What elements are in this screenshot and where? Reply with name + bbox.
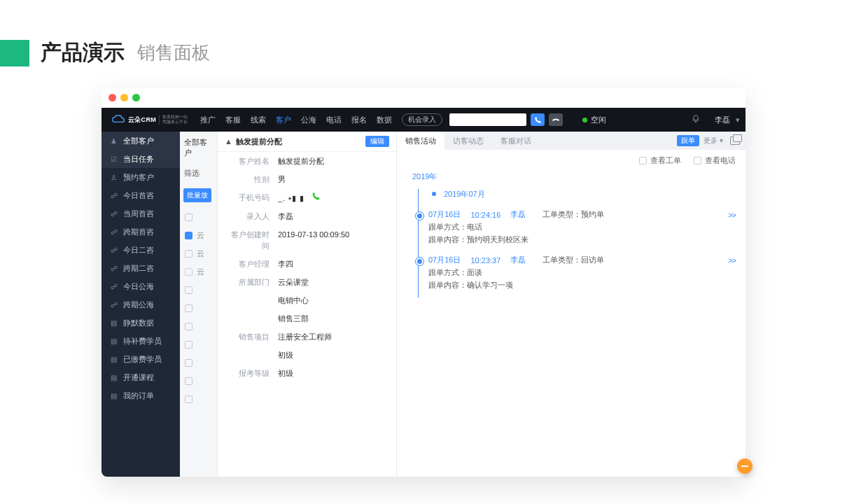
detail-field: 客户姓名触发提前分配	[218, 152, 396, 170]
customer-detail-panel: ▲ 触发提前分配 编辑 客户姓名触发提前分配性别男手机号码_. ▪▮ ▮录入人李…	[218, 132, 397, 477]
close-dot[interactable]	[108, 94, 116, 102]
nav-item[interactable]: 推广	[200, 115, 216, 125]
sidebar-item[interactable]: ☍跨期首咨	[102, 223, 180, 241]
nav-item[interactable]: 客服	[225, 115, 241, 125]
list-item[interactable]	[180, 372, 217, 390]
activity-tab[interactable]: 客服对话	[492, 132, 540, 150]
brand-logo[interactable]: 云朵CRM 教育机构一站 式服务云平台	[107, 114, 192, 125]
hangup-button[interactable]	[549, 113, 563, 126]
nav-item[interactable]: 数据	[377, 115, 392, 125]
sidebar-item-label: 待补费学员	[123, 336, 162, 346]
search-input[interactable]	[449, 113, 526, 126]
checkbox-icon[interactable]	[185, 359, 192, 367]
sidebar-item[interactable]: ♙预约客户	[102, 168, 180, 186]
nav-item[interactable]: 客户	[276, 115, 291, 125]
detail-field: 初级	[218, 346, 396, 364]
nav-item[interactable]: 公海	[301, 115, 316, 125]
field-value: 李磊	[278, 211, 293, 222]
detail-field: 手机号码_. ▪▮ ▮	[218, 188, 396, 207]
opportunity-button[interactable]: 机会录入	[402, 113, 442, 126]
checkbox-icon[interactable]	[185, 286, 192, 294]
checkbox-icon[interactable]	[185, 323, 192, 330]
checkbox-icon[interactable]	[185, 304, 192, 312]
activity-tab[interactable]: 销售活动	[397, 132, 444, 150]
sidebar-header-label: 全部客户	[123, 136, 154, 146]
checkbox-icon[interactable]	[185, 396, 192, 403]
call-button[interactable]	[531, 113, 545, 126]
sidebar-item[interactable]: ☍跨期二咨	[102, 259, 180, 277]
user-dropdown-icon[interactable]: ▾	[736, 115, 740, 125]
more-button[interactable]: 更多 ▾	[704, 136, 723, 146]
sidebar-item-icon: ▤	[110, 392, 118, 400]
sidebar-header[interactable]: ♟ 全部客户	[102, 132, 180, 150]
list-item[interactable]	[180, 354, 217, 372]
expand-icon[interactable]: >>	[728, 211, 736, 219]
sidebar-item[interactable]: ▤静默数据	[102, 314, 180, 332]
filter-label[interactable]: 筛选	[180, 164, 217, 183]
user-icon: ♟	[110, 137, 118, 145]
page-title: 产品演示	[41, 38, 125, 67]
timeline-date: 07月16日	[428, 209, 461, 220]
restore-icon[interactable]	[730, 136, 740, 145]
cloud-icon	[111, 114, 125, 125]
sidebar-item-icon: ▤	[110, 356, 118, 363]
nav-item[interactable]: 报名	[351, 115, 367, 125]
bell-icon[interactable]	[691, 114, 701, 125]
user-name[interactable]: 李磊	[715, 115, 730, 125]
sidebar-item[interactable]: ☑当日任务	[102, 150, 180, 168]
list-heading: 全部客户	[180, 132, 217, 164]
field-label	[226, 313, 270, 324]
sidebar-item[interactable]: ▤开通课程	[102, 368, 180, 386]
track-button[interactable]: 跟单	[677, 135, 699, 146]
checkbox-icon[interactable]	[185, 268, 192, 276]
list-item[interactable]: 云	[180, 226, 217, 244]
sidebar-item[interactable]: ☍今日二咨	[102, 241, 180, 259]
minimize-dot[interactable]	[120, 94, 128, 102]
phone-icon[interactable]	[312, 192, 321, 204]
field-label	[226, 295, 270, 306]
sidebar-item[interactable]: ▤待补费学员	[102, 332, 180, 350]
sidebar-item[interactable]: ☍跨期公海	[102, 295, 180, 314]
field-value: 初级	[278, 349, 293, 360]
view-calls-checkbox[interactable]: 查看电话	[694, 155, 736, 166]
sidebar-item[interactable]: ▤已缴费学员	[102, 350, 180, 368]
bulk-release-button[interactable]: 批量放	[183, 188, 211, 202]
list-item[interactable]	[180, 281, 217, 299]
status-label[interactable]: 空闲	[591, 115, 606, 125]
activity-filters: 查看工单 查看电话	[397, 150, 746, 172]
list-item[interactable]	[180, 299, 217, 317]
nav-item[interactable]: 电话	[326, 115, 342, 125]
field-value: 触发提前分配	[278, 155, 324, 167]
accent-block	[0, 40, 29, 66]
list-item[interactable]: 云	[180, 262, 217, 281]
checkbox-icon[interactable]	[185, 250, 192, 258]
expand-icon[interactable]: >>	[728, 256, 736, 265]
field-label: 客户经理	[226, 258, 270, 270]
checkbox-icon[interactable]	[185, 377, 192, 385]
checkbox-icon[interactable]	[185, 341, 192, 349]
sidebar-item[interactable]: ▤我的订单	[102, 386, 180, 405]
nav-item[interactable]: 线索	[251, 115, 266, 125]
sidebar-item[interactable]: ☍今日首咨	[102, 186, 180, 204]
sidebar-item[interactable]: ☍今日公海	[102, 277, 180, 295]
sidebar-item[interactable]: ☍当周首咨	[102, 204, 180, 223]
field-value: 李四	[278, 258, 293, 270]
field-value: 销售三部	[278, 313, 309, 324]
collapse-fab[interactable]	[737, 458, 752, 474]
activity-tab[interactable]: 访客动态	[444, 132, 492, 150]
edit-button[interactable]: 编辑	[365, 136, 389, 147]
list-item[interactable]	[180, 317, 217, 335]
sidebar-item-icon: ☍	[110, 246, 118, 254]
maximize-dot[interactable]	[132, 94, 140, 102]
view-tickets-checkbox[interactable]: 查看工单	[639, 155, 681, 166]
detail-field: 性别男	[218, 170, 396, 188]
list-item[interactable]: 云	[180, 244, 217, 262]
timeline-time: 10:23:37	[470, 256, 500, 265]
list-item[interactable]	[180, 390, 217, 408]
field-value: 2019-07-13 00:09:50	[278, 229, 349, 251]
sidebar-item-label: 跨期公海	[123, 300, 154, 310]
sidebar-item-icon: ☍	[110, 210, 118, 218]
field-value: 初级	[278, 368, 293, 379]
list-item[interactable]	[180, 335, 217, 354]
checkbox-icon[interactable]	[185, 232, 192, 239]
